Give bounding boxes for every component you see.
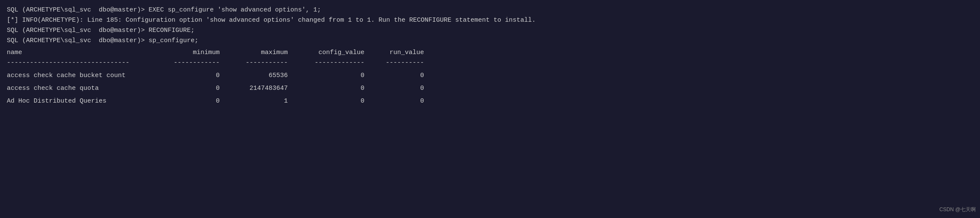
- table-data-row-0: access check cache bucket count 0 65536 …: [7, 71, 973, 81]
- row2-maximum: 1: [228, 96, 296, 106]
- col-minimum-header: minimum: [169, 48, 228, 58]
- sep-run: ----------: [373, 58, 433, 68]
- row1-name: access check cache quota: [7, 83, 169, 94]
- row2-run: 0: [373, 96, 433, 106]
- row0-run: 0: [373, 71, 433, 81]
- row0-config: 0: [296, 71, 373, 81]
- sep-name: --------------------------------: [7, 58, 169, 68]
- terminal-line-3: SQL (ARCHETYPE\sql_svc dbo@master)> RECO…: [7, 26, 973, 36]
- terminal-line-4: SQL (ARCHETYPE\sql_svc dbo@master)> sp_c…: [7, 36, 973, 46]
- table-separator-row: -------------------------------- -------…: [7, 58, 973, 68]
- sep-maximum: -----------: [228, 58, 296, 68]
- col-name-header: name: [7, 48, 169, 58]
- table-header-row: name minimum maximum config_value run_va…: [7, 48, 973, 58]
- col-config-header: config_value: [296, 48, 373, 58]
- table-data-row-1: access check cache quota 0 2147483647 0 …: [7, 83, 973, 94]
- row0-minimum: 0: [169, 71, 228, 81]
- table-data-row-2: Ad Hoc Distributed Queries 0 1 0 0: [7, 96, 973, 106]
- col-maximum-header: maximum: [228, 48, 296, 58]
- row2-name: Ad Hoc Distributed Queries: [7, 96, 169, 106]
- row0-maximum: 65536: [228, 71, 296, 81]
- sep-config: -------------: [296, 58, 373, 68]
- terminal-line-2: [*] INFO(ARCHETYPE): Line 185: Configura…: [7, 15, 973, 26]
- col-run-header: run_value: [373, 48, 433, 58]
- terminal-container: SQL (ARCHETYPE\sql_svc dbo@master)> EXEC…: [7, 5, 973, 106]
- watermark: CSDN @七天啊: [939, 206, 976, 214]
- row2-minimum: 0: [169, 96, 228, 106]
- sep-minimum: ------------: [169, 58, 228, 68]
- row1-minimum: 0: [169, 83, 228, 94]
- row1-config: 0: [296, 83, 373, 94]
- row1-maximum: 2147483647: [228, 83, 296, 94]
- row2-config: 0: [296, 96, 373, 106]
- row1-run: 0: [373, 83, 433, 94]
- terminal-line-1: SQL (ARCHETYPE\sql_svc dbo@master)> EXEC…: [7, 5, 973, 15]
- row0-name: access check cache bucket count: [7, 71, 169, 81]
